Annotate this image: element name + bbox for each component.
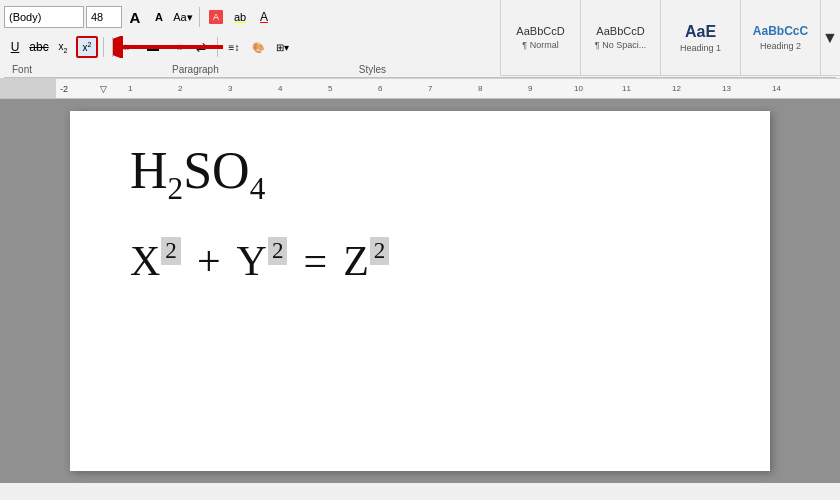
font-name-input[interactable] xyxy=(4,6,84,28)
subscript-btn[interactable]: x2 xyxy=(52,36,74,58)
styles-section-label: Styles xyxy=(359,64,386,75)
xyz-equals: = xyxy=(303,237,327,285)
align-right-btn[interactable]: ⇥ xyxy=(166,36,188,58)
xyz-y-superscript: 2 xyxy=(268,237,288,265)
style-normal[interactable]: AaBbCcD ¶ Normal xyxy=(501,0,581,75)
styles-expand-btn[interactable]: ▼ xyxy=(821,0,839,75)
style-heading2-preview: AaBbCcC xyxy=(753,24,808,38)
style-normal-preview: AaBbCcD xyxy=(516,25,564,38)
underline-btn[interactable]: U xyxy=(4,36,26,58)
xyz-x: X2 xyxy=(130,237,181,285)
style-heading2-label: Heading 2 xyxy=(760,41,801,51)
strikethrough-btn[interactable]: abc xyxy=(28,36,50,58)
line-spacing-btn[interactable]: ≡↕ xyxy=(223,36,245,58)
align-center-btn[interactable]: ▬ xyxy=(142,36,164,58)
style-heading2[interactable]: AaBbCcC Heading 2 xyxy=(741,0,821,75)
style-no-spacing[interactable]: AaBbCcD ¶ No Spaci... xyxy=(581,0,661,75)
ruler-dark-left xyxy=(0,79,56,98)
highlight-color-btn[interactable]: ab xyxy=(229,6,251,28)
style-heading1[interactable]: AaE Heading 1 xyxy=(661,0,741,75)
superscript-btn[interactable]: x2 xyxy=(76,36,98,58)
text-effects-btn[interactable]: A xyxy=(205,6,227,28)
borders-btn[interactable]: ⊞▾ xyxy=(271,36,293,58)
ruler-content: -2 ▽ 1 2 3 4 5 6 7 8 9 10 11 12 13 14 xyxy=(56,79,840,98)
xyz-x-superscript: 2 xyxy=(161,237,181,265)
font-shrink-btn[interactable]: A xyxy=(148,6,170,28)
paragraph-section-label: Paragraph xyxy=(172,64,219,75)
formula-h2so4: H2SO4 xyxy=(130,141,710,207)
ruler: -2 ▽ 1 2 3 4 5 6 7 8 9 10 11 12 13 14 xyxy=(0,79,840,99)
sep2 xyxy=(103,37,104,57)
justify-btn[interactable]: ⇄ xyxy=(190,36,212,58)
font-color-btn[interactable]: A xyxy=(253,6,275,28)
document-page[interactable]: H2SO4 X2 + Y2 = Z2 xyxy=(70,111,770,471)
font-grow-btn[interactable]: A xyxy=(124,6,146,28)
style-no-spacing-preview: AaBbCcD xyxy=(596,25,644,38)
font-section-label: Font xyxy=(12,64,32,75)
xyz-z-superscript: 2 xyxy=(370,237,390,265)
shading-btn[interactable]: 🎨 xyxy=(247,36,269,58)
xyz-y: Y2 xyxy=(237,237,288,285)
font-size-input[interactable] xyxy=(86,6,122,28)
xyz-plus: + xyxy=(197,237,221,285)
styles-panel: AaBbCcD ¶ Normal AaBbCcD ¶ No Spaci... A… xyxy=(500,0,840,76)
sep4 xyxy=(217,37,218,57)
change-case-btn[interactable]: Aa▾ xyxy=(172,6,194,28)
style-heading1-preview: AaE xyxy=(685,22,716,41)
align-left-btn[interactable]: ⇤ xyxy=(118,36,140,58)
style-normal-label: ¶ Normal xyxy=(522,40,558,50)
style-heading1-label: Heading 1 xyxy=(680,43,721,53)
xyz-z: Z2 xyxy=(343,237,389,285)
document-area: H2SO4 X2 + Y2 = Z2 xyxy=(0,99,840,483)
sep1 xyxy=(199,7,200,27)
sep3 xyxy=(112,37,113,57)
formula-xyz: X2 + Y2 = Z2 xyxy=(130,237,710,285)
style-no-spacing-label: ¶ No Spaci... xyxy=(595,40,646,50)
